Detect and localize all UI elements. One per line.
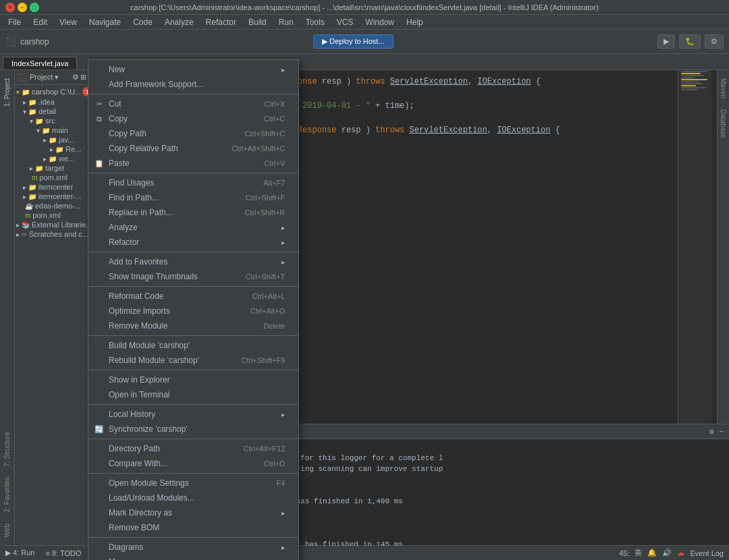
new-icon bbox=[94, 64, 105, 75]
cm-add-framework[interactable]: Add Framework Support... bbox=[88, 77, 298, 92]
sync-icon: 🔄 bbox=[94, 424, 105, 435]
toolbar: ⬛ carshop ▶ Deploy to Host... ▶ 🐛 ⚙ bbox=[0, 30, 729, 54]
cm-maven[interactable]: m Maven ▸ bbox=[88, 555, 298, 560]
menu-item-refactor[interactable]: Refactor bbox=[200, 16, 242, 28]
cm-copy-relative-path[interactable]: Copy Relative Path Ctrl+Alt+Shift+C bbox=[88, 141, 298, 156]
terminal-settings-icon[interactable]: ⚙ bbox=[709, 427, 714, 436]
cm-local-history[interactable]: Local History ▸ bbox=[88, 407, 298, 422]
cm-replace-in-path[interactable]: Replace in Path... Ctrl+Shift+R bbox=[88, 205, 298, 220]
cm-directory-path[interactable]: Directory Path Ctrl+Alt+F12 bbox=[88, 441, 298, 456]
separator3 bbox=[88, 252, 298, 252]
todo-status[interactable]: ≡ 8: TODO bbox=[45, 549, 81, 557]
project-icon: ⬛ bbox=[5, 36, 16, 47]
run-button[interactable]: ▶ bbox=[657, 34, 675, 49]
separator1 bbox=[88, 94, 298, 94]
menu-item-build[interactable]: Build bbox=[243, 16, 272, 28]
debug-button[interactable]: 🐛 bbox=[679, 34, 701, 49]
cm-open-module-settings[interactable]: Open Module Settings F4 bbox=[88, 476, 298, 491]
cm-cut[interactable]: ✂ Cut Ctrl+X bbox=[88, 96, 298, 111]
gear-icon[interactable]: ⚙ bbox=[72, 73, 79, 82]
sound-icon: 🔊 bbox=[662, 549, 672, 557]
menu-item-edit[interactable]: Edit bbox=[28, 16, 53, 28]
deploy-to-host-button[interactable]: ▶ Deploy to Host... bbox=[313, 34, 393, 49]
vtab-favorites[interactable]: 2: Favorites bbox=[2, 472, 12, 517]
vtab-project[interactable]: 1: Project bbox=[2, 73, 12, 112]
cm-copy[interactable]: ⧉ Copy Ctrl+C bbox=[88, 111, 298, 126]
notification-icon[interactable]: 🔔 bbox=[647, 549, 657, 557]
copy-icon: ⧉ bbox=[94, 113, 105, 124]
cm-build-module[interactable]: Build Module 'carshop' bbox=[88, 338, 298, 353]
maximize-button[interactable]: □ bbox=[30, 3, 39, 12]
cm-mark-directory[interactable]: Mark Directory as ▸ bbox=[88, 505, 298, 520]
cm-reformat-code[interactable]: Reformat Code Ctrl+Alt+L bbox=[88, 289, 298, 304]
cm-new[interactable]: New ▸ bbox=[88, 62, 298, 77]
title-bar: ✕ − □ carshop [C:\Users\Administrator\id… bbox=[0, 0, 729, 15]
cm-synchronize[interactable]: 🔄 Synchronize 'carshop' bbox=[88, 422, 298, 437]
event-log[interactable]: Event Log bbox=[690, 549, 724, 557]
menu-item-help[interactable]: Help bbox=[401, 16, 429, 28]
menu-item-tools[interactable]: Tools bbox=[300, 16, 330, 28]
encoding-status: 英 bbox=[634, 548, 642, 558]
separator6 bbox=[88, 370, 298, 370]
paste-icon: 📋 bbox=[94, 158, 105, 169]
cm-paste[interactable]: 📋 Paste Ctrl+V bbox=[88, 156, 298, 171]
separator5 bbox=[88, 335, 298, 336]
run-status[interactable]: ▶ 4: Run bbox=[5, 549, 34, 557]
cm-remove-module[interactable]: Remove Module Delete bbox=[88, 318, 298, 333]
menu-item-vcs[interactable]: VCS bbox=[331, 16, 359, 28]
cm-find-usages[interactable]: Find Usages Alt+F7 bbox=[88, 175, 298, 190]
settings-button[interactable]: ⚙ bbox=[705, 34, 724, 49]
cm-rebuild-module[interactable]: Rebuild Module 'carshop' Ctrl+Shift+F9 bbox=[88, 353, 298, 368]
cm-analyze[interactable]: Analyze ▸ bbox=[88, 220, 298, 235]
separator2 bbox=[88, 173, 298, 173]
database-panel-btn[interactable]: Database bbox=[718, 104, 728, 144]
cm-optimize-imports[interactable]: Optimize Imports Ctrl+Alt+O bbox=[88, 304, 298, 318]
left-vertical-tabs: 1: Project 7: Structure 2: Favorites Web bbox=[0, 70, 15, 545]
menu-item-code[interactable]: Code bbox=[128, 16, 158, 28]
cm-compare-with[interactable]: Compare With... Ctrl+D bbox=[88, 456, 298, 471]
cm-open-terminal[interactable]: Open in Terminal bbox=[88, 387, 298, 402]
cm-show-explorer[interactable]: Show in Explorer bbox=[88, 372, 298, 387]
menu-item-window[interactable]: Window bbox=[360, 16, 400, 28]
cursor-position: 45: bbox=[619, 549, 629, 557]
menu-item-analyze[interactable]: Analyze bbox=[159, 16, 199, 28]
separator4 bbox=[88, 286, 298, 287]
minimize-button[interactable]: − bbox=[18, 3, 27, 12]
window-title: carshop [C:\Users\Administrator\idea-wor… bbox=[46, 3, 683, 11]
alibaba-cloud-status: ☁ bbox=[677, 549, 684, 557]
context-menu: New ▸ Add Framework Support... ✂ Cut Ctr… bbox=[88, 59, 299, 560]
separator7 bbox=[88, 404, 298, 405]
close-button[interactable]: ✕ bbox=[5, 3, 15, 12]
minimap bbox=[678, 70, 711, 424]
cm-load-unload-modules[interactable]: Load/Unload Modules... bbox=[88, 491, 298, 505]
cm-refactor[interactable]: Refactor ▸ bbox=[88, 235, 298, 250]
project-icon-sm: ⬛ bbox=[18, 73, 27, 82]
separator9 bbox=[88, 473, 298, 474]
expand-icon[interactable]: ⊞ bbox=[80, 73, 86, 82]
terminal-minimize-icon[interactable]: − bbox=[719, 428, 724, 436]
cm-find-in-path[interactable]: Find in Path... Ctrl+Shift+F bbox=[88, 190, 298, 205]
cm-show-thumbnails[interactable]: Show Image Thumbnails Ctrl+Shift+T bbox=[88, 269, 298, 284]
right-panels: Maven Database bbox=[717, 70, 729, 424]
vtab-structure[interactable]: 7: Structure bbox=[2, 426, 12, 472]
menu-bar: FileEditViewNavigateCodeAnalyzeRefactorB… bbox=[0, 15, 729, 30]
maven-panel-btn[interactable]: Maven bbox=[718, 73, 728, 104]
menu-item-navigate[interactable]: Navigate bbox=[84, 16, 126, 28]
cm-copy-path[interactable]: Copy Path Ctrl+Shift+C bbox=[88, 126, 298, 141]
cut-icon: ✂ bbox=[94, 99, 105, 109]
vtab-web[interactable]: Web bbox=[2, 518, 12, 542]
project-name: carshop bbox=[20, 37, 49, 47]
maven-icon: m bbox=[94, 557, 105, 560]
cm-diagrams[interactable]: Diagrams ▸ bbox=[88, 540, 298, 555]
separator8 bbox=[88, 439, 298, 439]
context-menu-overlay: New ▸ Add Framework Support... ✂ Cut Ctr… bbox=[88, 59, 299, 560]
menu-item-run[interactable]: Run bbox=[273, 16, 299, 28]
menu-item-file[interactable]: File bbox=[3, 16, 26, 28]
cm-add-favorites[interactable]: Add to Favorites ▸ bbox=[88, 254, 298, 269]
cm-remove-bom[interactable]: Remove BOM bbox=[88, 520, 298, 535]
separator10 bbox=[88, 537, 298, 538]
editor-tab-indexservlet[interactable]: IndexServlet.java bbox=[3, 57, 77, 69]
menu-item-view[interactable]: View bbox=[54, 16, 82, 28]
